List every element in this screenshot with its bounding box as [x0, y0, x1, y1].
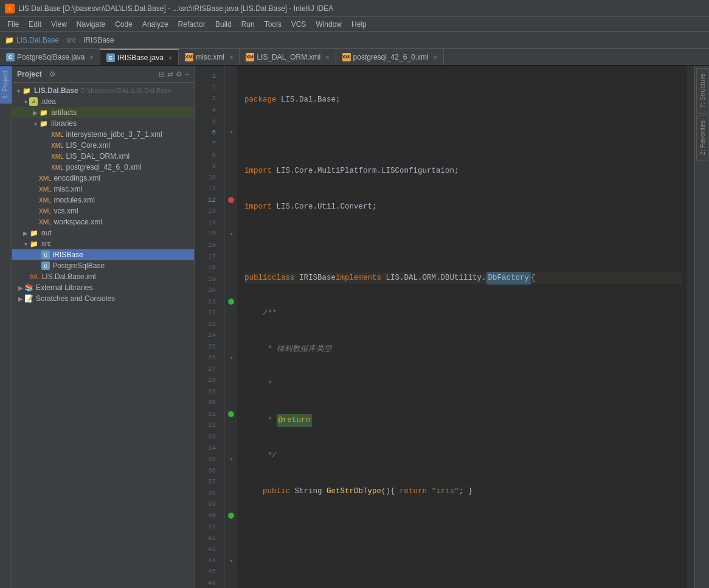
menu-help[interactable]: Help: [347, 19, 372, 30]
collapse-all-icon[interactable]: ⊟: [159, 70, 165, 78]
menu-view[interactable]: View: [46, 19, 72, 30]
breakpoint-31[interactable]: [228, 411, 234, 417]
tree-external-libs[interactable]: ▶ 📚 External Libraries: [12, 282, 194, 293]
breadcrumb-root[interactable]: LIS.Dal.Base: [16, 36, 59, 44]
tree-postgresql-xml[interactable]: XML postgresql_42_6_0.xml: [12, 162, 194, 173]
tree-artifacts[interactable]: ▶ 📁 artifacts: [12, 107, 194, 118]
tab-icon-orm: XML: [246, 53, 254, 61]
tab-label-postgresql-xml: postgresql_42_6_0.xml: [353, 53, 429, 61]
xml-icon-modules: XML: [39, 197, 52, 204]
line-numbers: 1 2 3 4 5 6 7 8 9 10 11 12 13 14 15 16 1…: [195, 66, 225, 588]
tab-label-misc-xml: misc.xml: [196, 53, 224, 61]
tree-lis-core[interactable]: XML LIS_Core.xml: [12, 140, 194, 151]
code-line-5: [244, 237, 682, 249]
tree-scratches[interactable]: ▶ 📝 Scratches and Consoles: [12, 293, 194, 304]
menu-bar: File Edit View Navigate Code Analyze Ref…: [0, 17, 709, 32]
window-title: LIS.Dal.Base [D:\jbasesvn\DAL\LIS.Dal.Ba…: [18, 4, 333, 13]
libraries-folder-icon: 📁: [39, 119, 49, 128]
fold-arrow-15[interactable]: ▾: [229, 230, 233, 238]
tab-label-postgresql-base: PostgreSqlBase.java: [17, 53, 85, 61]
tree-src[interactable]: ▾ 📁 src: [12, 238, 194, 249]
tab-close-orm[interactable]: ×: [325, 54, 329, 61]
project-gear-icon[interactable]: ⚙: [49, 70, 56, 78]
code-line-6: public class IRISBase implements LIS.DAL…: [244, 272, 682, 285]
tab-misc-xml[interactable]: XML misc.xml ×: [179, 49, 240, 65]
tree-iris-base[interactable]: C IRISBase: [12, 249, 194, 260]
editor-area: 1 2 3 4 5 6 7 8 9 10 11 12 13 14 15 16 1…: [195, 66, 694, 588]
tab-icon-c: C: [6, 53, 15, 61]
menu-run[interactable]: Run: [237, 19, 260, 30]
lis-core-label: LIS_Core.xml: [66, 141, 111, 150]
tree-intersystems[interactable]: XML intersystems_jdbc_3_7_1.xml: [12, 129, 194, 140]
breakpoint-21[interactable]: [228, 299, 234, 305]
fold-arrow-44[interactable]: ▾: [229, 557, 233, 565]
tab-close-iris-base[interactable]: ×: [168, 54, 172, 61]
idea-label: .idea: [40, 97, 56, 106]
tree-postgresql-base[interactable]: C PostgreSqlBase: [12, 260, 194, 271]
scratches-label: Scratches and Consoles: [36, 294, 115, 303]
code-line-1: package LIS.Dal.Base;: [244, 94, 682, 106]
tree-lis-dal-orm[interactable]: XML LIS_DAL_ORM.xml: [12, 151, 194, 162]
menu-refactor[interactable]: Refactor: [173, 19, 210, 30]
idea-folder-icon: .i: [29, 97, 38, 106]
sidebar-tab-project[interactable]: 1: Project: [0, 66, 12, 103]
breadcrumb-file[interactable]: IRISBase: [83, 36, 114, 44]
external-libs-icon: 📚: [24, 283, 33, 292]
tab-postgresql-xml[interactable]: XML postgresql_42_6_0.xml ×: [336, 49, 444, 65]
code-content[interactable]: package LIS.Dal.Base; import LIS.Core.Mu…: [237, 66, 687, 588]
tab-close-misc[interactable]: ×: [229, 54, 233, 61]
tree-root[interactable]: ▾ 📁 LIS.Dal.Base D:\jbasesvn\DAL\LIS.Dal…: [12, 85, 194, 96]
menu-edit[interactable]: Edit: [24, 19, 46, 30]
app-icon: I: [5, 4, 15, 13]
postgresql-base-label: PostgreSqlBase: [52, 261, 105, 270]
tree-modules[interactable]: XML modules.xml: [12, 195, 194, 206]
breakpoint-12[interactable]: [228, 197, 234, 203]
xml-icon-pg: XML: [51, 164, 64, 171]
project-panel-buttons: ⊟ ⇄ ⚙ −: [159, 70, 189, 78]
sidebar-tab-favorites[interactable]: 2: Favorites: [696, 115, 708, 161]
tree-libraries[interactable]: ▾ 📁 libraries: [12, 118, 194, 129]
code-editor[interactable]: 1 2 3 4 5 6 7 8 9 10 11 12 13 14 15 16 1…: [195, 66, 694, 588]
code-line-8: * 得到数据库类型: [244, 344, 682, 356]
tab-iris-base[interactable]: C IRISBase.java ×: [100, 49, 179, 65]
menu-code[interactable]: Code: [110, 19, 137, 30]
close-panel-icon[interactable]: −: [185, 70, 189, 78]
tab-close-postgresql-base[interactable]: ×: [89, 54, 93, 61]
breadcrumb-src[interactable]: src: [66, 36, 76, 44]
tab-lis-dal-orm[interactable]: XML LIS_DAL_ORM.xml ×: [240, 49, 336, 65]
tree-out[interactable]: ▶ 📁 out: [12, 227, 194, 238]
tab-icon-iris: C: [106, 54, 115, 62]
menu-window[interactable]: Window: [311, 19, 347, 30]
encodings-label: encodings.xml: [54, 174, 101, 182]
tree-encodings[interactable]: XML encodings.xml: [12, 173, 194, 184]
menu-analyze[interactable]: Analyze: [137, 19, 173, 30]
code-line-14: [244, 557, 682, 569]
tree-vcs[interactable]: XML vcs.xml: [12, 206, 194, 216]
tree-workspace[interactable]: XML workspace.xml: [12, 216, 194, 227]
tree-iml[interactable]: IML LIS.Dal.Base.iml: [12, 271, 194, 282]
tab-postgresql-base[interactable]: C PostgreSqlBase.java ×: [0, 49, 100, 65]
out-label: out: [41, 229, 52, 237]
sidebar-tab-structure[interactable]: 7: Structure: [696, 68, 708, 114]
tree-misc[interactable]: XML misc.xml: [12, 184, 194, 195]
fold-arrow-26[interactable]: ▾: [229, 354, 233, 362]
menu-file[interactable]: File: [2, 19, 24, 30]
right-scrollbar[interactable]: [687, 66, 694, 588]
sync-icon[interactable]: ⇄: [167, 70, 173, 78]
menu-navigate[interactable]: Navigate: [72, 19, 110, 30]
fold-arrow-6[interactable]: ▾: [229, 128, 233, 136]
menu-vcs[interactable]: VCS: [286, 19, 311, 30]
file-tabs: C PostgreSqlBase.java × C IRISBase.java …: [0, 49, 709, 66]
artifacts-folder-icon: 📁: [39, 108, 49, 117]
breakpoint-40[interactable]: [228, 513, 234, 519]
tab-close-pg-xml[interactable]: ×: [434, 54, 437, 61]
menu-build[interactable]: Build: [210, 19, 237, 30]
external-libs-label: External Libraries: [36, 283, 92, 292]
misc-label: misc.xml: [54, 185, 83, 193]
menu-tools[interactable]: Tools: [260, 19, 286, 30]
libraries-label: libraries: [51, 119, 77, 128]
modules-label: modules.xml: [54, 196, 95, 204]
tree-idea-folder[interactable]: ▾ .i .idea: [12, 96, 194, 107]
fold-arrow-35[interactable]: ▾: [229, 455, 233, 463]
settings-icon[interactable]: ⚙: [176, 70, 182, 78]
